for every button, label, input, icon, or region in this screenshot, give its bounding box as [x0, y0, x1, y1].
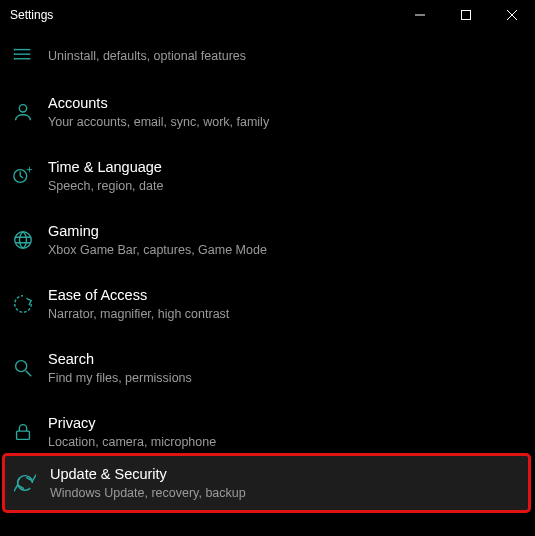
search-icon	[12, 357, 40, 379]
settings-item-accounts[interactable]: Accounts Your accounts, email, sync, wor…	[0, 80, 535, 144]
settings-item-gaming[interactable]: Gaming Xbox Game Bar, captures, Game Mod…	[0, 208, 535, 272]
titlebar: Settings	[0, 0, 535, 30]
settings-item-time-language[interactable]: Time & Language Speech, region, date	[0, 144, 535, 208]
svg-rect-1	[462, 11, 471, 20]
settings-item-update-security[interactable]: Update & Security Windows Update, recove…	[2, 453, 531, 513]
ease-of-access-icon	[12, 293, 40, 315]
window-title: Settings	[0, 8, 397, 22]
item-desc: Windows Update, recovery, backup	[50, 484, 246, 502]
item-desc: Speech, region, date	[48, 177, 163, 195]
close-button[interactable]	[489, 0, 535, 30]
item-desc: Uninstall, defaults, optional features	[48, 47, 246, 65]
item-desc: Narrator, magnifier, high contrast	[48, 305, 229, 323]
item-label: Update & Security	[50, 464, 246, 484]
maximize-button[interactable]	[443, 0, 489, 30]
item-label: Accounts	[48, 93, 269, 113]
settings-list: Apps Uninstall, defaults, optional featu…	[0, 30, 535, 464]
settings-item-apps[interactable]: Apps Uninstall, defaults, optional featu…	[0, 32, 535, 80]
item-label: Gaming	[48, 221, 267, 241]
settings-item-ease-of-access[interactable]: Ease of Access Narrator, magnifier, high…	[0, 272, 535, 336]
svg-point-12	[15, 232, 32, 249]
apps-icon	[12, 45, 40, 67]
svg-line-14	[26, 371, 32, 377]
item-desc: Location, camera, microphone	[48, 433, 216, 451]
svg-rect-8	[14, 53, 16, 55]
svg-rect-9	[14, 58, 16, 60]
item-desc: Find my files, permissions	[48, 369, 192, 387]
svg-rect-15	[17, 431, 30, 439]
svg-rect-7	[14, 49, 16, 51]
settings-item-search[interactable]: Search Find my files, permissions	[0, 336, 535, 400]
time-language-icon	[12, 165, 40, 187]
item-desc: Xbox Game Bar, captures, Game Mode	[48, 241, 267, 259]
gaming-icon	[12, 229, 40, 251]
privacy-icon	[12, 421, 40, 443]
svg-point-13	[16, 361, 27, 372]
item-desc: Your accounts, email, sync, work, family	[48, 113, 269, 131]
accounts-icon	[12, 101, 40, 123]
item-label: Time & Language	[48, 157, 163, 177]
update-security-icon	[14, 472, 42, 494]
minimize-button[interactable]	[397, 0, 443, 30]
svg-point-10	[19, 105, 26, 112]
item-label: Ease of Access	[48, 285, 229, 305]
item-label: Search	[48, 349, 192, 369]
item-label: Privacy	[48, 413, 216, 433]
